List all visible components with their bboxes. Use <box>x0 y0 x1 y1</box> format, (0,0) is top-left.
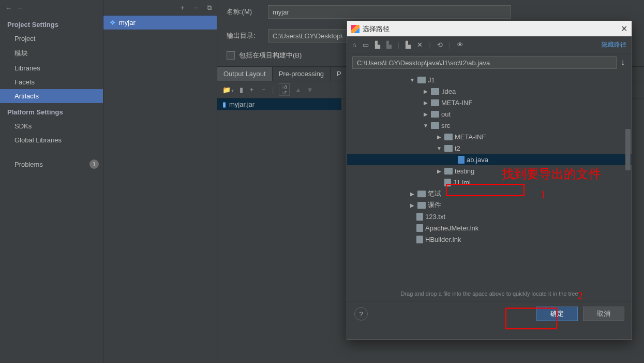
close-icon[interactable]: ✕ <box>621 24 627 34</box>
folder-icon <box>417 77 426 83</box>
folder-icon <box>417 202 426 209</box>
back-icon[interactable]: ← <box>5 4 12 12</box>
nav-project[interactable]: Project <box>0 32 103 46</box>
hide-path-link[interactable]: 隐藏路径 <box>602 40 626 49</box>
select-path-dialog: 选择路径 ✕ ⌂ ▭ ▙ ▙ | ▙ ✕ | ⟲ | 👁 隐藏路径 ⭳ ▼J1 … <box>347 21 632 340</box>
file-icon <box>444 179 451 186</box>
down-icon[interactable]: ▼ <box>307 86 313 94</box>
dialog-title: 选择路径 <box>363 24 390 34</box>
nav-facets[interactable]: Facets <box>0 75 103 89</box>
file-icon <box>416 224 423 232</box>
file-icon <box>416 213 423 221</box>
project-icon[interactable]: ▙ <box>375 41 380 49</box>
tree-jmeter: ApacheJMeter.lnk <box>425 224 478 232</box>
archive-icon[interactable]: ▮ <box>239 86 243 94</box>
tree-testing: testing <box>455 167 474 175</box>
folder-icon <box>417 191 426 197</box>
forward-icon[interactable]: → <box>16 4 23 12</box>
tree-j1iml: J1.iml <box>453 179 471 186</box>
tree-abjava: ab.java <box>467 156 488 164</box>
tab-preprocessing[interactable]: Pre-processing <box>273 67 331 81</box>
folder-icon <box>431 122 439 129</box>
section-platform-settings: Platform Settings <box>0 103 103 119</box>
tree-out: out <box>441 110 451 118</box>
help-button[interactable]: ? <box>354 307 368 321</box>
folder-icon <box>431 111 439 118</box>
tree-metainf: META-INF <box>441 99 472 107</box>
tree-t2: t2 <box>455 144 460 152</box>
jar-icon: ❖ <box>110 19 116 26</box>
delete-icon[interactable]: ✕ <box>417 41 423 49</box>
show-hidden-icon[interactable]: 👁 <box>457 41 463 49</box>
tree-txt: 123.txt <box>425 213 445 221</box>
tree-j1: J1 <box>428 76 435 84</box>
folder-icon <box>444 145 453 152</box>
tree-row-selected: ab.java <box>347 154 632 165</box>
nav-modules[interactable]: 模块 <box>0 46 103 61</box>
jar-icon-2: ▮ <box>222 100 226 108</box>
sidebar: ← → Project Settings Project 模块 Librarie… <box>0 0 103 363</box>
folder-icon <box>444 134 453 140</box>
layout-jar-label: myjar.jar <box>229 100 254 108</box>
name-label: 名称:(M) <box>227 7 263 17</box>
tab-more[interactable]: P <box>331 67 348 81</box>
drag-drop-hint: Drag and drop a file into the space abov… <box>347 289 632 301</box>
remove-icon[interactable]: － <box>193 3 200 12</box>
tree-scrollbar[interactable] <box>625 129 631 170</box>
nav-sdks[interactable]: SDKs <box>0 119 103 133</box>
problems-badge: 1 <box>89 159 99 169</box>
output-label: 输出目录: <box>227 31 263 40</box>
folder-icon <box>431 99 439 106</box>
refresh-icon[interactable]: ⟲ <box>437 41 443 49</box>
problems-label: Problems <box>14 161 43 168</box>
artifact-item-label: myjar <box>119 19 136 26</box>
intellij-icon <box>351 25 360 33</box>
artifact-item-myjar[interactable]: ❖ myjar <box>103 16 217 30</box>
artifact-list-panel: ＋ － ⧉ ❖ myjar <box>103 0 217 363</box>
new-folder-icon-2[interactable]: ▙ <box>406 41 411 49</box>
add-icon[interactable]: ＋ <box>179 3 186 12</box>
folder-icon <box>431 88 439 95</box>
tree-idea: .idea <box>441 88 456 95</box>
folder-icon <box>444 168 453 175</box>
nav-problems[interactable]: Problems 1 <box>0 156 103 172</box>
tree-bishi: 笔试 <box>428 189 441 198</box>
include-build-label: 包括在项目构建中(B) <box>239 51 302 60</box>
home-icon[interactable]: ⌂ <box>352 41 356 49</box>
desktop-icon[interactable]: ▭ <box>363 41 369 49</box>
file-tree[interactable]: ▼J1 ▶.idea ▶META-INF ▶out ▼src ▶META-INF… <box>347 72 632 289</box>
module-icon[interactable]: ▙ <box>386 41 392 49</box>
remove-icon-2[interactable]: － <box>260 85 267 94</box>
add-copy-icon[interactable]: ＋ <box>248 85 255 94</box>
output-input[interactable] <box>268 29 351 42</box>
layout-jar-entry[interactable]: ▮ myjar.jar <box>217 98 341 110</box>
nav-libraries[interactable]: Libraries <box>0 61 103 75</box>
tab-output-layout[interactable]: Output Layout <box>217 67 273 81</box>
new-folder-icon[interactable]: 📁₊ <box>222 86 234 94</box>
nav-artifacts[interactable]: Artifacts <box>0 89 103 103</box>
tree-metainf2: META-INF <box>455 133 486 141</box>
name-input[interactable] <box>268 5 511 19</box>
path-input[interactable] <box>352 56 617 69</box>
file-icon <box>416 236 423 243</box>
cancel-button[interactable]: 取消 <box>583 307 624 321</box>
sort-icon[interactable]: ↓a↓z <box>279 83 290 96</box>
tree-src: src <box>441 122 450 129</box>
tree-hbuilder: HBuilder.lnk <box>425 236 461 243</box>
copy-icon[interactable]: ⧉ <box>207 4 212 12</box>
download-icon[interactable]: ⭳ <box>620 59 626 67</box>
ok-button[interactable]: 确定 <box>536 307 578 321</box>
tree-kejian: 课件 <box>428 200 441 210</box>
nav-global-libraries[interactable]: Global Libraries <box>0 133 103 147</box>
include-build-checkbox[interactable] <box>227 51 235 60</box>
section-project-settings: Project Settings <box>0 16 103 32</box>
java-file-icon <box>458 156 465 164</box>
up-icon[interactable]: ▲ <box>295 86 302 94</box>
